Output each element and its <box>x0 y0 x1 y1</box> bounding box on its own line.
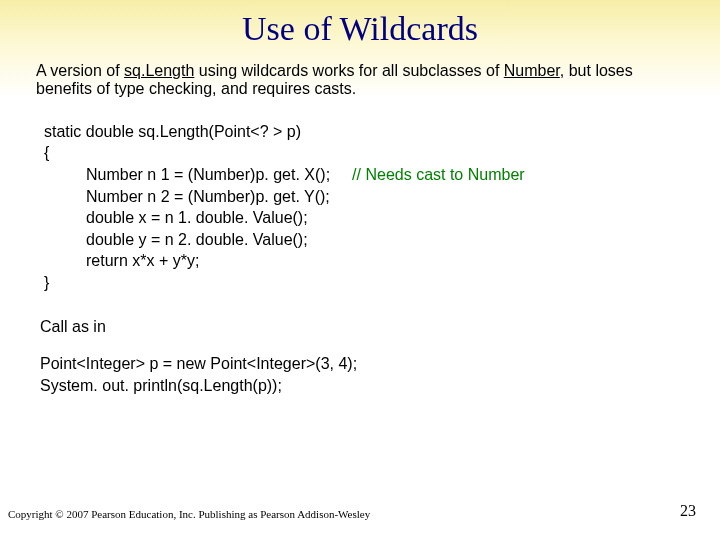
spacer <box>40 337 720 353</box>
intro-text: A version of sq.Length using wildcards w… <box>36 62 684 99</box>
intro-part1: A version of <box>36 62 124 79</box>
code-line-3: Number n 1 = (Number)p. get. X();// Need… <box>86 164 720 186</box>
code-line-5: double x = n 1. double. Value(); <box>86 207 720 229</box>
code-line-2: { <box>44 142 720 164</box>
footer-copyright: Copyright © 2007 Pearson Education, Inc.… <box>8 508 370 520</box>
code-line-3-text: Number n 1 = (Number)p. get. X(); <box>86 166 330 183</box>
page-number: 23 <box>680 502 696 520</box>
intro-underline-1: sq.Length <box>124 62 194 79</box>
call-line-1: Point<Integer> p = new Point<Integer>(3,… <box>40 353 720 375</box>
slide: Use of Wildcards A version of sq.Length … <box>0 0 720 540</box>
code-comment: // Needs cast to Number <box>352 166 525 183</box>
call-as-label: Call as in <box>40 316 720 338</box>
code-line-6: double y = n 2. double. Value(); <box>86 229 720 251</box>
code-block: static double sq.Length(Point<? > p) { N… <box>44 121 720 294</box>
call-line-2: System. out. println(sq.Length(p)); <box>40 375 720 397</box>
after-block: Call as in Point<Integer> p = new Point<… <box>40 316 720 397</box>
code-line-1: static double sq.Length(Point<? > p) <box>44 121 720 143</box>
code-line-8: } <box>44 272 720 294</box>
code-line-7: return x*x + y*y; <box>86 250 720 272</box>
slide-title: Use of Wildcards <box>0 0 720 48</box>
intro-part2: using wildcards works for all subclasses… <box>194 62 503 79</box>
code-line-4: Number n 2 = (Number)p. get. Y(); <box>86 186 720 208</box>
intro-underline-2: Number <box>504 62 560 79</box>
